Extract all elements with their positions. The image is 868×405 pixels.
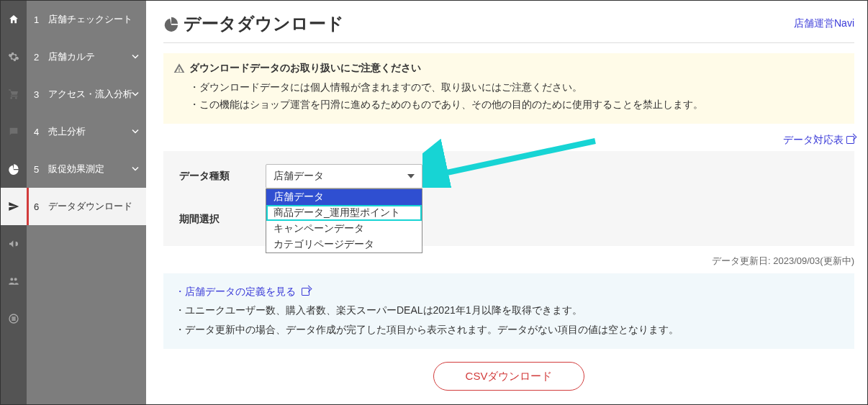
data-type-label: データ種類 [179,170,266,183]
megaphone-icon[interactable] [1,225,27,263]
chevron-down-icon [132,89,139,100]
dropdown-option-product[interactable]: 商品データ_運用型ポイント [266,205,422,221]
send-icon[interactable] [1,188,27,225]
sidebar-item-access[interactable]: 3 アクセス・流入分析 [27,76,146,113]
page-title: データダウンロード [163,12,344,35]
cart-icon[interactable] [1,76,27,113]
sidebar-item-label: 販促効果測定 [48,163,104,176]
caret-down-icon [407,174,415,178]
sidebar: 1 店舗チェックシート 2 店舗カルテ 3 アクセス・流入分析 4 売上分析 5… [27,1,146,404]
navi-link[interactable]: 店舗運営Navi [794,17,854,30]
chevron-down-icon [132,127,139,137]
warning-icon [173,63,185,74]
chevron-down-icon [132,164,139,175]
home-icon[interactable] [1,1,27,38]
sidebar-item-download[interactable]: 6 データダウンロード [27,188,146,225]
definition-link-text: ・店舗データの定義を見る [175,286,296,297]
chat-icon[interactable] [1,113,27,150]
period-label: 期間選択 [179,213,266,226]
sidebar-item-num: 1 [34,14,44,25]
pie-icon [163,16,179,32]
warning-title: ダウンロードデータのお取り扱いにご注意ください [173,62,844,75]
page-title-text: データダウンロード [184,12,344,35]
warning-box: ダウンロードデータのお取り扱いにご注意ください ・ダウンロードデータには個人情報… [163,53,854,124]
pie-icon[interactable] [1,150,27,188]
definition-link[interactable]: ・店舗データの定義を見る [175,286,309,297]
list-icon[interactable] [1,300,27,337]
csv-download-button[interactable]: CSVダウンロード [433,362,584,391]
info-line: ・データ更新中の場合、データ作成が完了した項目から表示されます。データがない項目… [175,320,843,340]
info-box: ・店舗データの定義を見る ・ユニークユーザー数、購入者数、楽天スーパーDEALは… [163,273,854,350]
sidebar-item-label: 店舗カルテ [48,50,95,63]
sidebar-item-num: 6 [34,201,44,212]
chevron-down-icon [132,52,139,63]
data-type-select[interactable]: 店舗データ [266,164,422,188]
dropdown-option-category[interactable]: カテゴリページデータ [266,237,422,252]
sidebar-item-label: アクセス・流入分析 [48,88,132,101]
sidebar-item-promo[interactable]: 5 販促効果測定 [27,150,146,188]
sidebar-item-label: 売上分析 [48,125,86,138]
sidebar-item-num: 4 [34,127,44,137]
data-table-link[interactable]: データ対応表 [783,134,854,145]
form-area: データ種類 店舗データ 店舗データ 商品データ_運用型ポイント キャンペーンデー… [163,151,854,246]
dropdown-option-campaign[interactable]: キャンペーンデータ [266,221,422,237]
sidebar-item-num: 2 [34,52,44,63]
sidebar-item-karte[interactable]: 2 店舗カルテ [27,38,146,76]
external-link-icon [846,136,854,144]
sidebar-item-sales[interactable]: 4 売上分析 [27,113,146,150]
warning-title-text: ダウンロードデータのお取り扱いにご注意ください [189,62,421,75]
external-link-icon [302,288,309,296]
warning-line: ・ダウンロードデータには個人情報が含まれますので、取り扱いにはご注意ください。 [173,79,844,96]
gear-icon[interactable] [1,38,27,76]
sidebar-item-checksheet[interactable]: 1 店舗チェックシート [27,1,146,38]
divider [163,42,854,43]
users-icon[interactable] [1,263,27,300]
data-type-dropdown: 店舗データ 商品データ_運用型ポイント キャンペーンデータ カテゴリページデータ [266,188,422,253]
sidebar-item-label: 店舗チェックシート [48,13,132,26]
update-date-text: データ更新日: 2023/09/03(更新中) [163,255,854,268]
sidebar-item-num: 3 [34,89,44,100]
info-line: ・ユニークユーザー数、購入者数、楽天スーパーDEALは2021年1月以降を取得で… [175,301,843,320]
main-content: データダウンロード 店舗運営Navi ダウンロードデータのお取り扱いにご注意くだ… [146,1,867,404]
sidebar-item-num: 5 [34,164,44,175]
warning-line: ・この機能はショップ運営を円滑に進めるためのものであり、その他の目的のために使用… [173,96,844,114]
sidebar-item-label: データダウンロード [48,200,132,213]
icon-rail [1,1,27,404]
data-type-selected-text: 店舗データ [273,170,324,183]
dropdown-option-shop[interactable]: 店舗データ [266,189,422,205]
data-table-link-text: データ対応表 [783,134,844,145]
